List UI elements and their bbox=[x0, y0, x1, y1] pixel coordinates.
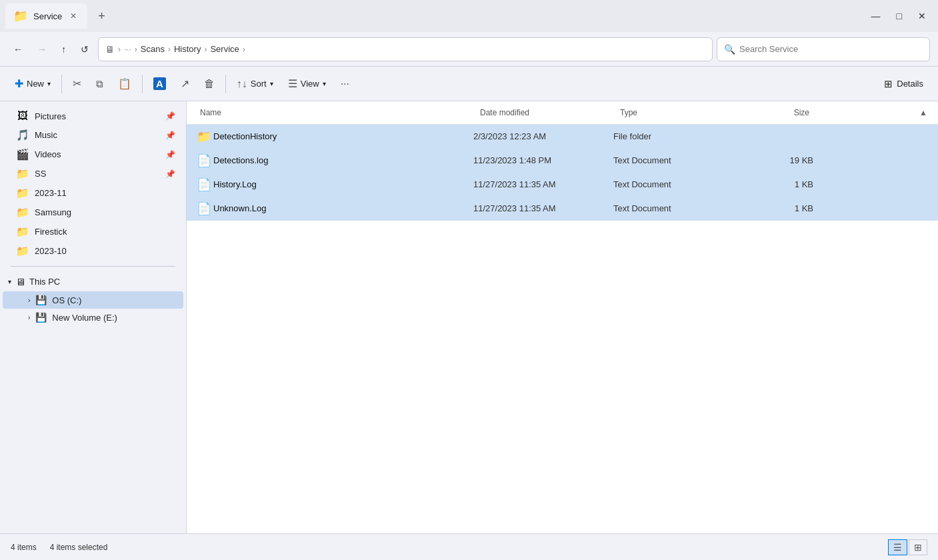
selected-count: 4 items selected bbox=[50, 543, 108, 552]
file-date-3: 11/27/2023 11:35 AM bbox=[473, 203, 613, 213]
cut-button[interactable]: ✂ bbox=[66, 73, 88, 94]
back-button[interactable]: ← bbox=[8, 41, 28, 58]
sidebar-item-2023-10[interactable]: 📁 2023-10 bbox=[3, 241, 183, 261]
delete-button[interactable]: 🗑 bbox=[197, 74, 221, 94]
sidebar-item-ss[interactable]: 📁 SS 📌 bbox=[3, 164, 183, 183]
file-size-2: 1 KB bbox=[747, 179, 813, 189]
file-date-0: 2/3/2023 12:23 AM bbox=[473, 131, 613, 141]
c-drive-icon: 💾 bbox=[35, 295, 47, 305]
share-button[interactable]: ↗ bbox=[174, 73, 196, 94]
column-size[interactable]: Size bbox=[748, 105, 815, 120]
sidebar-label-pictures: Pictures bbox=[35, 111, 66, 121]
share-icon: ↗ bbox=[181, 77, 189, 90]
sort-chevron-icon: ▾ bbox=[270, 80, 273, 87]
file-name-1: Detections.log bbox=[213, 155, 473, 165]
sidebar: 🖼 Pictures 📌 🎵 Music 📌 🎬 Videos 📌 📁 SS 📌… bbox=[0, 101, 187, 533]
new-button[interactable]: ✚ New ▾ bbox=[8, 73, 57, 94]
sidebar-label-music: Music bbox=[35, 130, 57, 140]
search-box[interactable]: 🔍 bbox=[717, 37, 930, 61]
toolbar-separator-3 bbox=[225, 75, 226, 93]
tab-title: Service bbox=[33, 11, 62, 21]
e-drive-label: New Volume (E:) bbox=[52, 313, 117, 323]
2023-11-icon: 📁 bbox=[16, 187, 29, 199]
pin-icon-videos: 📌 bbox=[165, 150, 175, 159]
breadcrumb-service[interactable]: Service bbox=[210, 44, 239, 54]
more-button[interactable]: ··· bbox=[334, 74, 356, 94]
paste-button[interactable]: 📋 bbox=[111, 73, 138, 94]
sidebar-item-pictures[interactable]: 🖼 Pictures 📌 bbox=[3, 107, 183, 125]
this-pc-label: This PC bbox=[29, 277, 60, 287]
sidebar-item-videos[interactable]: 🎬 Videos 📌 bbox=[3, 145, 183, 164]
tab-close-button[interactable]: ✕ bbox=[67, 10, 79, 22]
this-pc-header[interactable]: ▾ 🖥 This PC bbox=[0, 272, 186, 291]
new-icon: ✚ bbox=[15, 77, 23, 90]
minimize-button[interactable]: — bbox=[865, 8, 887, 24]
toolbar-separator-1 bbox=[61, 75, 62, 93]
sidebar-item-firestick[interactable]: 📁 Firestick bbox=[3, 222, 183, 241]
e-drive-chevron-icon: › bbox=[28, 314, 30, 321]
breadcrumb[interactable]: 🖥 › ··· › Scans › History › Service › bbox=[98, 37, 713, 61]
copy-button[interactable]: ⧉ bbox=[89, 74, 110, 94]
column-date-modified[interactable]: Date modified bbox=[475, 105, 615, 120]
sidebar-item-music[interactable]: 🎵 Music 📌 bbox=[3, 125, 183, 145]
file-name-0: DetectionHistory bbox=[213, 131, 473, 141]
breadcrumb-sep3: › bbox=[243, 45, 245, 54]
table-row[interactable]: 📄 History.Log 11/27/2023 11:35 AM Text D… bbox=[187, 173, 938, 197]
sidebar-label-videos: Videos bbox=[35, 149, 61, 159]
grid-view-button[interactable]: ⊞ bbox=[909, 539, 927, 555]
new-tab-button[interactable]: + bbox=[93, 7, 111, 26]
sidebar-item-2023-11[interactable]: 📁 2023-11 bbox=[3, 183, 183, 203]
file-type-1: Text Document bbox=[613, 155, 747, 165]
view-button[interactable]: ☰ View ▾ bbox=[281, 73, 333, 94]
details-label: Details bbox=[897, 79, 923, 89]
forward-button[interactable]: → bbox=[32, 41, 52, 58]
this-pc-monitor-icon: 🖥 bbox=[15, 276, 25, 287]
e-drive-icon: 💾 bbox=[35, 312, 47, 323]
column-type[interactable]: Type bbox=[615, 105, 748, 120]
new-chevron-icon: ▾ bbox=[47, 80, 51, 87]
refresh-button[interactable]: ↺ bbox=[75, 41, 94, 58]
maximize-button[interactable]: □ bbox=[890, 8, 909, 24]
list-view-button[interactable]: ☰ bbox=[888, 539, 907, 555]
details-button[interactable]: ⊞ Details bbox=[877, 74, 930, 94]
up-button[interactable]: ↑ bbox=[56, 41, 71, 58]
close-button[interactable]: ✕ bbox=[911, 8, 933, 24]
address-bar: ← → ↑ ↺ 🖥 › ··· › Scans › History › Serv… bbox=[0, 32, 938, 67]
file-list-container: Name Date modified Type Size ▲ 📁 Detecti… bbox=[187, 101, 938, 533]
breadcrumb-scans[interactable]: Scans bbox=[141, 44, 165, 54]
column-name[interactable]: Name bbox=[195, 105, 475, 120]
sidebar-label-2023-10: 2023-10 bbox=[35, 246, 67, 256]
collapse-icon[interactable]: ▲ bbox=[917, 105, 930, 120]
search-input[interactable] bbox=[739, 44, 923, 54]
active-tab[interactable]: 📁 Service ✕ bbox=[5, 3, 87, 29]
table-row[interactable]: 📄 Detections.log 11/23/2023 1:48 PM Text… bbox=[187, 149, 938, 173]
firestick-icon: 📁 bbox=[16, 225, 29, 238]
sidebar-item-e-drive[interactable]: › 💾 New Volume (E:) bbox=[3, 309, 183, 326]
paste-icon: 📋 bbox=[118, 77, 131, 90]
ss-icon: 📁 bbox=[16, 167, 29, 180]
view-icon: ☰ bbox=[288, 77, 297, 90]
table-row[interactable]: 📄 Unknown.Log 11/27/2023 11:35 AM Text D… bbox=[187, 197, 938, 221]
sidebar-label-firestick: Firestick bbox=[35, 227, 67, 237]
breadcrumb-more: ··· bbox=[124, 44, 131, 54]
sort-button[interactable]: ↑↓ Sort ▾ bbox=[230, 74, 280, 94]
rename-button[interactable]: A bbox=[147, 73, 173, 94]
table-row[interactable]: 📁 DetectionHistory 2/3/2023 12:23 AM Fil… bbox=[187, 125, 938, 149]
file-name-3: Unknown.Log bbox=[213, 203, 473, 213]
breadcrumb-sep2: › bbox=[204, 45, 207, 54]
toolbar-separator-2 bbox=[142, 75, 143, 93]
rename-icon: A bbox=[153, 77, 166, 90]
sidebar-item-c-drive[interactable]: › 💾 OS (C:) bbox=[3, 291, 183, 309]
document-icon-3: 📄 bbox=[195, 201, 213, 216]
breadcrumb-history[interactable]: History bbox=[174, 44, 201, 54]
document-icon-2: 📄 bbox=[195, 177, 213, 192]
sidebar-label-2023-11: 2023-11 bbox=[35, 188, 67, 198]
main-layout: 🖼 Pictures 📌 🎵 Music 📌 🎬 Videos 📌 📁 SS 📌… bbox=[0, 101, 938, 533]
sidebar-item-samsung[interactable]: 📁 Samsung bbox=[3, 203, 183, 222]
file-list-header: Name Date modified Type Size ▲ bbox=[187, 101, 938, 125]
this-pc-chevron-icon: ▾ bbox=[8, 278, 11, 285]
document-icon-1: 📄 bbox=[195, 153, 213, 168]
item-count: 4 items bbox=[11, 543, 37, 552]
sidebar-divider bbox=[11, 266, 175, 267]
folder-icon: 📁 bbox=[195, 129, 213, 144]
